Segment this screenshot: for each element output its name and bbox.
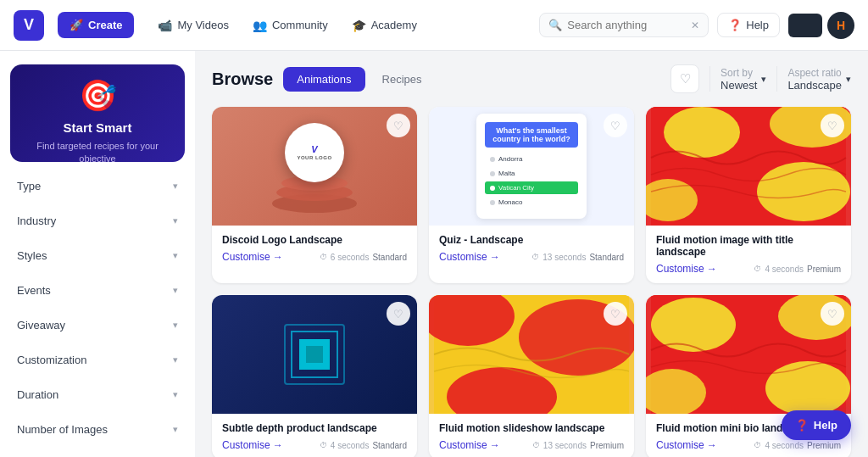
customise-link[interactable]: Customise → <box>656 439 717 451</box>
filter-events[interactable]: Events ▾ <box>10 276 185 304</box>
card-meta: ⏱ 6 seconds Standard <box>320 253 407 262</box>
card-fluid2: ♡ Fluid motion slideshow landscape Custo… <box>429 295 634 457</box>
search-box[interactable]: 🔍 ✕ <box>539 13 709 37</box>
help-button[interactable]: ❓ Help <box>717 13 780 37</box>
chevron-down-icon: ▾ <box>173 320 178 331</box>
tier-badge: Premium <box>590 441 624 450</box>
tier-badge: Premium <box>807 441 841 450</box>
clock-icon: ⏱ <box>532 441 540 449</box>
card-heart-button[interactable]: ♡ <box>821 302 844 326</box>
arrow-right-icon: → <box>707 263 717 275</box>
user-avatar[interactable]: H <box>827 12 854 39</box>
arrow-right-icon: → <box>273 251 283 263</box>
card-fluid1: ♡ Fluid motion image with title landscap… <box>646 107 851 283</box>
customise-link[interactable]: Customise → <box>222 439 283 451</box>
filter-num-images[interactable]: Number of Images ▾ <box>10 415 185 443</box>
sidebar-card-description: Find targeted recipes for your objective <box>24 140 171 162</box>
card-footer: Customise → ⏱ 4 seconds Premium <box>656 263 841 275</box>
academy-icon: 🎓 <box>352 19 366 32</box>
svg-point-1 <box>664 107 740 158</box>
svg-point-10 <box>651 298 736 352</box>
tab-recipes[interactable]: Recipes <box>369 67 436 92</box>
chevron-down-icon: ▾ <box>173 215 178 226</box>
main-layout: 🎯 Start Smart Find targeted recipes for … <box>0 51 868 457</box>
community-icon: 👥 <box>253 19 267 32</box>
arrow-right-icon: → <box>490 251 500 263</box>
card-footer: Customise → ⏱ 6 seconds Standard <box>222 251 407 263</box>
svg-point-12 <box>765 361 850 414</box>
sort-button[interactable]: Sort by Newest ▾ <box>721 67 766 92</box>
search-icon: 🔍 <box>548 19 562 31</box>
arrow-right-icon: → <box>490 439 500 451</box>
card-thumbnail: ♡ <box>212 295 417 414</box>
card-body: Subtle depth product landscape Customise… <box>212 414 417 457</box>
title-row: Browse Animations Recipes <box>212 67 436 92</box>
arrow-right-icon: → <box>273 439 283 451</box>
card-body: Discoid Logo Landscape Customise → ⏱ 6 s… <box>212 226 417 271</box>
card-body: Fluid motion image with title landscape … <box>646 226 851 283</box>
sidebar-card-title: Start Smart <box>24 120 171 135</box>
question-icon: ❓ <box>728 19 742 31</box>
chevron-down-icon: ▾ <box>173 181 178 192</box>
chevron-down-icon: ▾ <box>173 354 178 365</box>
card-heart-button[interactable]: ♡ <box>604 114 627 137</box>
filter-styles[interactable]: Styles ▾ <box>10 242 185 270</box>
filter-type[interactable]: Type ▾ <box>10 172 185 200</box>
card-meta: ⏱ 4 seconds Premium <box>754 265 841 274</box>
card-heart-button[interactable]: ♡ <box>821 114 844 137</box>
chevron-down-icon: ▾ <box>173 285 178 296</box>
clock-icon: ⏱ <box>531 253 539 261</box>
card-heart-button[interactable]: ♡ <box>387 114 410 137</box>
nav-community[interactable]: 👥 Community <box>242 12 338 39</box>
card-meta: ⏱ 13 seconds Standard <box>531 253 624 262</box>
filter-duration[interactable]: Duration ▾ <box>10 381 185 409</box>
filter-industry[interactable]: Industry ▾ <box>10 207 185 235</box>
card-footer: Customise → ⏱ 4 seconds Standard <box>222 439 407 451</box>
nav-academy[interactable]: 🎓 Academy <box>342 12 427 39</box>
tab-animations[interactable]: Animations <box>283 67 364 92</box>
target-icon: 🎯 <box>24 78 171 114</box>
browse-title: Browse <box>212 70 273 89</box>
help-float-button[interactable]: ❓ Help <box>782 410 851 440</box>
clock-icon: ⏱ <box>320 253 327 261</box>
favorites-button[interactable]: ♡ <box>670 64 699 93</box>
create-button[interactable]: 🚀 Create <box>58 12 134 38</box>
logo[interactable]: V <box>14 10 44 41</box>
clock-icon: ⏱ <box>754 441 761 449</box>
cards-grid: V YOUR LOGO ♡ Discoid Logo Landscape Cus… <box>212 107 851 457</box>
card-heart-button[interactable]: ♡ <box>387 302 410 326</box>
chevron-down-icon: ▾ <box>173 389 178 400</box>
card-meta: ⏱ 4 seconds Premium <box>754 441 841 450</box>
header: V 🚀 Create 📹 My Videos 👥 Community 🎓 Aca… <box>0 0 868 51</box>
rocket-icon: 🚀 <box>70 19 83 31</box>
aspect-chevron-icon: ▾ <box>846 74 851 85</box>
clock-icon: ⏱ <box>320 441 327 449</box>
nav-my-videos[interactable]: 📹 My Videos <box>147 12 238 39</box>
tier-badge: Standard <box>372 441 407 450</box>
arrow-right-icon: → <box>707 439 717 451</box>
search-clear-icon[interactable]: ✕ <box>691 20 699 31</box>
card-heart-button[interactable]: ♡ <box>604 302 627 326</box>
heart-icon: ♡ <box>680 71 691 86</box>
tier-badge: Standard <box>372 253 407 262</box>
video-icon: 📹 <box>158 19 172 32</box>
aspect-ratio-button[interactable]: Aspect ratio Landscape ▾ <box>787 67 851 92</box>
card-body: Quiz - Landscape Customise → ⏱ 13 second… <box>429 226 634 271</box>
card-title: Fluid motion image with title landscape <box>656 234 841 258</box>
card-thumbnail: What's the smallest country in the world… <box>429 107 634 226</box>
customise-link[interactable]: Customise → <box>439 251 500 263</box>
card-meta: ⏱ 4 seconds Standard <box>320 441 407 450</box>
customise-link[interactable]: Customise → <box>222 251 283 263</box>
filter-giveaway[interactable]: Giveaway ▾ <box>10 311 185 339</box>
card-thumbnail: ♡ <box>429 295 634 414</box>
content-area: Browse Animations Recipes ♡ Sort by Newe… <box>195 51 868 457</box>
card-title: Quiz - Landscape <box>439 234 624 246</box>
customise-link[interactable]: Customise → <box>656 263 717 275</box>
search-input[interactable] <box>567 19 686 31</box>
nav: 📹 My Videos 👥 Community 🎓 Academy <box>147 12 526 39</box>
tabs: Animations Recipes <box>283 67 435 92</box>
filter-customization[interactable]: Customization ▾ <box>10 346 185 374</box>
customise-link[interactable]: Customise → <box>439 439 500 451</box>
divider <box>709 66 710 92</box>
tier-badge: Standard <box>589 253 624 262</box>
